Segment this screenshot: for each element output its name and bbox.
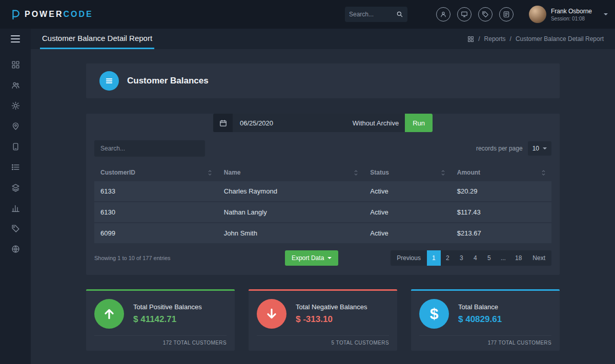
brand-logo[interactable]: POWERCODE xyxy=(9,8,93,21)
cell-customer-id: 6133 xyxy=(94,181,218,202)
sidebar xyxy=(0,49,31,364)
card-title: Total Positive Balances xyxy=(133,303,202,311)
table-row: 6133 Charles Raymond Active $20.29 xyxy=(94,181,551,202)
breadcrumb: / Reports / Customer Balance Detail Repo… xyxy=(467,29,615,49)
column-header-status[interactable]: Status xyxy=(364,164,450,181)
card-title: Total Negative Balances xyxy=(296,303,367,311)
records-per-page-select[interactable]: 10 xyxy=(528,141,551,156)
archive-mode-label[interactable]: Without Archive xyxy=(353,119,405,127)
pagination-page-3[interactable]: 3 xyxy=(455,250,468,266)
cell-amount: $117.43 xyxy=(451,202,551,223)
total-positive-balances-card: Total Positive Balances $ 41142.71 172 T… xyxy=(86,289,235,351)
table-row: 6130 Nathan Langly Active $117.43 xyxy=(94,202,551,223)
showing-entries-text: Showing 1 to 10 of 177 entries xyxy=(94,255,233,261)
export-data-button[interactable]: Export Data xyxy=(285,250,338,266)
records-per-page: records per page 10 xyxy=(476,141,551,156)
user-session: Session: 01:08 xyxy=(551,16,592,22)
sort-icon[interactable] xyxy=(207,169,213,176)
report-date-value[interactable]: 06/25/2020 xyxy=(240,119,273,127)
topbar-quick-icons xyxy=(436,7,514,22)
report-table-panel: 06/25/2020 Without Archive Run records p… xyxy=(86,114,560,275)
card-title: Total Balance xyxy=(458,303,502,311)
sidebar-item-customers[interactable] xyxy=(0,75,31,95)
pagination-page-18[interactable]: 18 xyxy=(510,250,526,266)
table-controls: records per page 10 xyxy=(94,140,551,157)
global-search xyxy=(345,7,407,22)
avatar xyxy=(529,6,546,23)
pagination-page-5[interactable]: 5 xyxy=(482,250,496,266)
column-header-customerid[interactable]: CustomerID xyxy=(94,164,218,181)
sidebar-toggle-button[interactable] xyxy=(0,29,31,49)
chevron-down-icon xyxy=(327,257,332,259)
report-title-panel: Customer Balances xyxy=(86,63,560,98)
cell-customer-id: 6130 xyxy=(94,202,218,223)
home-grid-icon[interactable] xyxy=(467,36,474,42)
summary-cards: Total Positive Balances $ 41142.71 172 T… xyxy=(86,289,560,351)
dollar-icon: $ xyxy=(419,299,449,329)
pagination-previous[interactable]: Previous xyxy=(391,250,427,266)
sidebar-item-settings-gear-icon[interactable] xyxy=(0,95,31,116)
sort-icon[interactable] xyxy=(541,169,546,176)
contacts-icon[interactable] xyxy=(436,7,450,22)
user-name: Frank Osborne xyxy=(551,8,592,15)
total-balance-card: $ Total Balance $ 40829.61 177 TOTAL CUS… xyxy=(411,289,560,351)
sidebar-item-reports-chart-icon[interactable] xyxy=(0,198,31,218)
search-icon[interactable] xyxy=(396,11,403,18)
card-value: $ 40829.61 xyxy=(458,314,502,325)
sidebar-item-tags-icon[interactable] xyxy=(0,218,31,239)
table-row: 6099 John Smith Active $213.67 xyxy=(94,223,551,244)
cell-customer-name-link[interactable]: Charles Raymond xyxy=(218,181,364,202)
cell-status: Active xyxy=(364,202,450,223)
main-content: Customer Balances 06/25/2020 Without Arc… xyxy=(31,49,615,364)
page-header: Customer Balance Detail Report / Reports… xyxy=(0,29,615,49)
records-per-page-label: records per page xyxy=(476,145,523,152)
card-value: $ -313.10 xyxy=(296,314,367,325)
sidebar-item-dashboard[interactable] xyxy=(0,54,31,75)
pagination-page-2[interactable]: 2 xyxy=(441,250,455,266)
tag-icon[interactable] xyxy=(478,7,493,22)
column-header-name[interactable]: Name xyxy=(218,164,364,181)
card-footer: 177 TOTAL CUSTOMERS xyxy=(419,335,551,346)
chevron-down-icon xyxy=(543,147,547,149)
breadcrumb-separator: / xyxy=(478,35,480,42)
sort-icon[interactable] xyxy=(353,169,359,176)
monitor-icon[interactable] xyxy=(457,7,471,22)
sort-icon[interactable] xyxy=(440,169,446,176)
sidebar-item-layers-icon[interactable] xyxy=(0,177,31,198)
sidebar-item-lists-icon[interactable] xyxy=(0,157,31,177)
tasks-icon[interactable] xyxy=(499,7,514,22)
pagination-next[interactable]: Next xyxy=(526,250,551,266)
powercode-logo-icon xyxy=(9,8,22,21)
pagination-page-4[interactable]: 4 xyxy=(468,250,482,266)
global-search-input[interactable] xyxy=(349,11,396,18)
breadcrumb-item-reports[interactable]: Reports xyxy=(484,35,506,42)
cell-status: Active xyxy=(364,181,450,202)
cell-amount: $213.67 xyxy=(451,223,551,244)
sidebar-item-map-location-icon[interactable] xyxy=(0,116,31,136)
total-negative-balances-card: Total Negative Balances $ -313.10 5 TOTA… xyxy=(249,289,397,351)
report-filter-bar: 06/25/2020 Without Archive Run xyxy=(213,114,433,132)
card-footer: 172 TOTAL CUSTOMERS xyxy=(94,335,227,346)
column-header-amount[interactable]: Amount xyxy=(451,164,551,181)
cell-amount: $20.29 xyxy=(451,181,551,202)
customer-balance-table: CustomerID Name Status Amount 6133 Charl… xyxy=(94,164,551,244)
brand-text: POWERCODE xyxy=(25,10,93,19)
card-footer: 5 TOTAL CUSTOMERS xyxy=(257,335,389,346)
pagination: Previous 1 2 3 4 5 ... 18 Next xyxy=(391,250,551,266)
run-report-button[interactable]: Run xyxy=(405,114,433,132)
sidebar-item-network-globe-icon[interactable] xyxy=(0,239,31,259)
pagination-ellipsis: ... xyxy=(496,250,510,266)
report-list-icon xyxy=(99,71,119,91)
breadcrumb-separator: / xyxy=(510,35,511,42)
table-search-input[interactable] xyxy=(94,140,205,157)
topbar: POWERCODE xyxy=(0,0,615,29)
pagination-page-1[interactable]: 1 xyxy=(427,250,441,266)
arrow-down-icon xyxy=(257,299,286,329)
cell-customer-name-link[interactable]: John Smith xyxy=(218,223,364,244)
calendar-icon[interactable] xyxy=(213,114,233,132)
arrow-up-icon xyxy=(94,299,124,329)
user-menu[interactable]: Frank Osborne Session: 01:08 xyxy=(529,6,608,23)
sidebar-item-devices-icon[interactable] xyxy=(0,136,31,157)
chevron-down-icon[interactable] xyxy=(604,13,608,15)
cell-customer-name-link[interactable]: Nathan Langly xyxy=(218,202,364,223)
